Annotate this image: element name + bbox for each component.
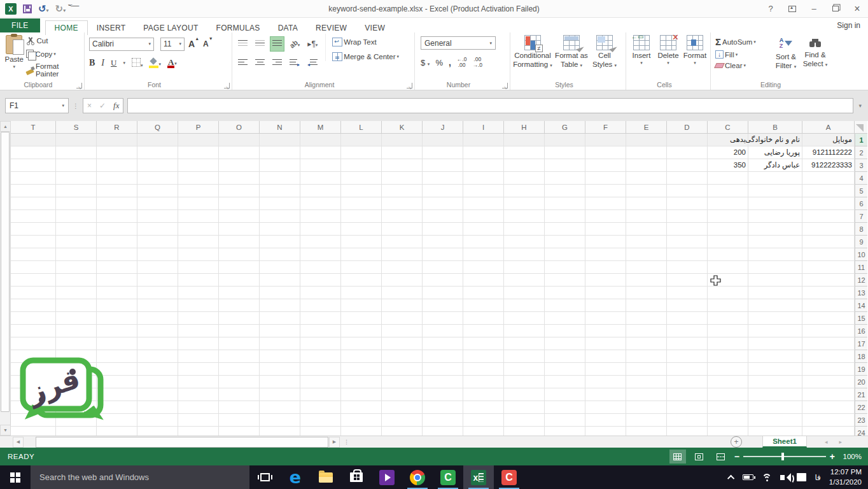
cell-B15[interactable] [748,312,802,325]
cell-E21[interactable] [626,388,667,401]
cell-E7[interactable] [626,210,667,223]
taskbar-app-camtasia-red[interactable]: C [494,465,524,489]
cell-A4[interactable] [802,172,855,185]
cell-J5[interactable] [423,185,463,197]
taskbar-search-input[interactable]: Search the web and Windows [31,465,249,489]
zoom-slider[interactable] [743,456,826,457]
cell-Q14[interactable] [137,299,178,312]
cell-I22[interactable] [463,401,504,414]
cell-S3[interactable] [56,159,97,172]
cell-S8[interactable] [56,223,97,236]
cell-B19[interactable] [748,363,802,376]
customize-qat-icon[interactable]: ᷆⃛ ͞ [72,4,74,13]
cell-Q2[interactable] [137,146,178,159]
cell-D7[interactable] [667,210,708,223]
cell-D4[interactable] [667,172,708,185]
cell-S5[interactable] [56,185,97,197]
cell-E15[interactable] [626,312,667,325]
cell-C1[interactable]: بدهی [708,134,748,146]
cell-K4[interactable] [382,172,423,185]
cell-K2[interactable] [382,146,423,159]
cell-M18[interactable] [300,350,341,363]
cell-E4[interactable] [626,172,667,185]
cell-styles-button[interactable]: CellStyles ▾ [590,34,619,69]
column-header-J[interactable]: J [423,121,463,134]
cell-K16[interactable] [382,325,423,337]
cell-C4[interactable] [708,172,748,185]
cell-C7[interactable] [708,210,748,223]
cell-D22[interactable] [667,401,708,414]
cell-E11[interactable] [626,261,667,274]
cell-F12[interactable] [585,274,626,287]
cell-A7[interactable] [802,210,855,223]
format-painter-button[interactable]: Format Painter [26,62,82,78]
cell-K12[interactable] [382,274,423,287]
cell-Q10[interactable] [137,248,178,261]
cell-M21[interactable] [300,388,341,401]
cell-G6[interactable] [545,197,585,210]
cell-A13[interactable] [802,287,855,299]
excel-app-icon[interactable]: X [5,3,17,15]
insert-cells-button[interactable]: ←▭ Insert▾ [628,34,655,66]
cell-K23[interactable] [382,414,423,427]
cell-R4[interactable] [97,172,137,185]
cell-G2[interactable] [545,146,585,159]
comma-button[interactable]: , [449,57,451,67]
zoom-out-button[interactable]: − [734,451,739,462]
column-header-R[interactable]: R [97,121,137,134]
row-header-19[interactable]: 19 [855,363,867,376]
cell-L20[interactable] [341,376,382,388]
cell-L22[interactable] [341,401,382,414]
row-header-1[interactable]: 1 [855,134,867,146]
cell-F14[interactable] [585,299,626,312]
cell-Q12[interactable] [137,274,178,287]
vertical-scrollbar[interactable]: ▲ ▼ [0,121,11,436]
cell-B5[interactable] [748,185,802,197]
currency-button[interactable]: $ ▾ [421,58,430,67]
row-header-13[interactable]: 13 [855,287,867,299]
cell-L13[interactable] [341,287,382,299]
cell-A3[interactable]: 9122223333 [802,159,855,172]
cell-N17[interactable] [260,337,300,350]
cell-P2[interactable] [178,146,219,159]
cell-I9[interactable] [463,236,504,248]
horizontal-scrollbar[interactable] [24,437,328,448]
cell-O15[interactable] [219,312,260,325]
zoom-slider-thumb[interactable] [781,453,784,460]
cell-G21[interactable] [545,388,585,401]
cell-J11[interactable] [423,261,463,274]
cell-R12[interactable] [97,274,137,287]
cell-O5[interactable] [219,185,260,197]
cell-B2[interactable]: پوریا رضایی [748,146,802,159]
bold-button[interactable]: B [89,58,95,68]
row-header-21[interactable]: 21 [855,388,867,401]
cell-L17[interactable] [341,337,382,350]
cell-F11[interactable] [585,261,626,274]
cell-I21[interactable] [463,388,504,401]
cell-F17[interactable] [585,337,626,350]
cell-J8[interactable] [423,223,463,236]
cell-M12[interactable] [300,274,341,287]
cell-F19[interactable] [585,363,626,376]
name-box[interactable]: F1▾ [5,98,69,113]
cell-S15[interactable] [56,312,97,325]
cell-K1[interactable] [382,134,423,146]
cell-A19[interactable] [802,363,855,376]
cell-P5[interactable] [178,185,219,197]
cell-F20[interactable] [585,376,626,388]
cell-Q5[interactable] [137,185,178,197]
cell-I14[interactable] [463,299,504,312]
cell-L8[interactable] [341,223,382,236]
cell-P12[interactable] [178,274,219,287]
cell-J24[interactable] [423,427,463,436]
cell-C19[interactable] [708,363,748,376]
cell-K17[interactable] [382,337,423,350]
cell-S12[interactable] [56,274,97,287]
cell-N1[interactable] [260,134,300,146]
cell-A17[interactable] [802,337,855,350]
cell-A11[interactable] [802,261,855,274]
cell-H2[interactable] [504,146,545,159]
zoom-level[interactable]: 100% [839,453,862,460]
page-break-view-button[interactable] [713,450,729,464]
cell-L5[interactable] [341,185,382,197]
